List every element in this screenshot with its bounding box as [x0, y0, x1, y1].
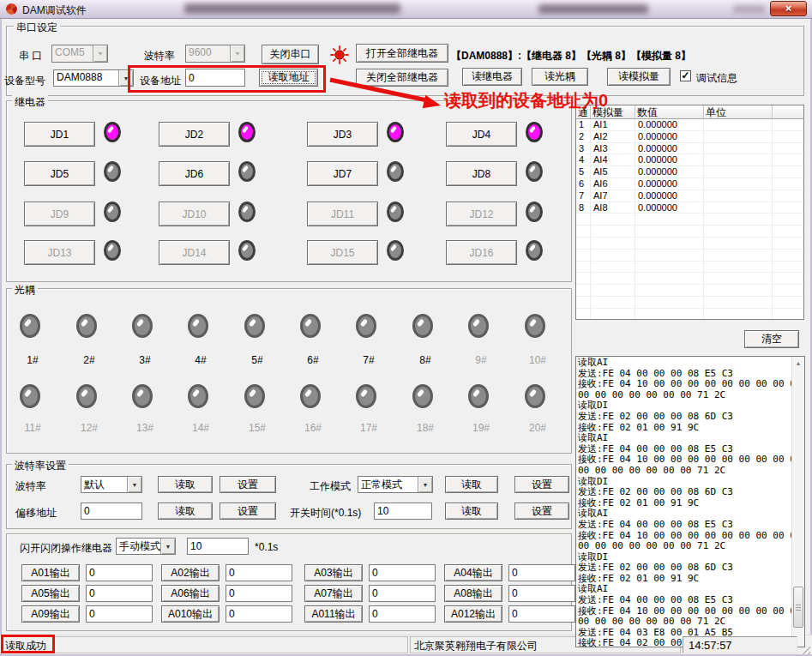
switch-time-set-button[interactable]: 设置 — [514, 503, 569, 520]
baudrate-select[interactable]: 默认 ▼ — [81, 476, 142, 493]
output-input-a012[interactable] — [508, 605, 575, 623]
output-button-a04[interactable]: A04输出 — [444, 564, 502, 581]
table-row-empty — [576, 226, 803, 238]
relay-button-jd4[interactable]: JD4 — [446, 122, 517, 147]
model-label: 设备型号 — [4, 74, 45, 88]
switch-time-read-button[interactable]: 读取 — [445, 503, 498, 520]
log-scrollbar[interactable]: ▲ — [791, 357, 804, 647]
output-input-a08[interactable] — [508, 585, 575, 602]
relay-button-jd15[interactable]: JD15 — [307, 240, 378, 265]
relay-button-jd11[interactable]: JD11 — [307, 202, 378, 226]
open-all-relays-button[interactable]: 打开全部继电器 — [356, 44, 448, 63]
debug-log[interactable]: 读取AI 发送:FE 04 00 00 00 08 E5 C3 接收:FE 04… — [575, 356, 805, 647]
output-button-a010[interactable]: A010输出 — [161, 605, 220, 623]
workmode-read-button[interactable]: 读取 — [445, 476, 498, 493]
port-select[interactable]: COM5 ▼ — [51, 45, 108, 63]
table-row[interactable]: 2AI20.000000 — [576, 131, 803, 143]
close-serial-button[interactable]: 关闭串口 — [262, 45, 319, 64]
output-button-a09[interactable]: A09输出 — [21, 605, 80, 623]
baudrate-set-button[interactable]: 设置 — [220, 476, 276, 493]
read-analog-button[interactable]: 读模拟量 — [607, 68, 671, 86]
read-address-button[interactable]: 读取地址 — [259, 69, 318, 87]
table-row[interactable]: 3AI30.000000 — [576, 143, 803, 155]
relay-button-jd3[interactable]: JD3 — [307, 122, 378, 147]
relay-button-jd5[interactable]: JD5 — [24, 161, 95, 186]
opto-label-2: 2# — [72, 354, 106, 366]
workmode-select[interactable]: 正常模式 ▼ — [358, 476, 433, 493]
read-opto-button[interactable]: 读光耦 — [532, 68, 588, 86]
output-button-a011[interactable]: A011输出 — [304, 605, 363, 623]
relay-button-jd10[interactable]: JD10 — [159, 202, 230, 226]
close-all-relays-button[interactable]: 关闭全部继电器 — [356, 69, 448, 87]
output-button-a012[interactable]: A012输出 — [444, 605, 502, 623]
table-row[interactable]: 7AI70.000000 — [576, 190, 803, 202]
scrollbar-thumb[interactable] — [793, 587, 803, 628]
scroll-up-icon[interactable]: ▲ — [792, 360, 804, 366]
table-row[interactable]: 1AI10.000000 — [576, 119, 803, 131]
output-input-a011[interactable] — [369, 605, 436, 623]
flash-time-input[interactable] — [187, 538, 249, 555]
offset-set-button[interactable]: 设置 — [220, 503, 276, 520]
baud-select[interactable]: 9600 ▼ — [185, 45, 245, 63]
offset-address-input[interactable] — [81, 503, 142, 520]
output-input-a09[interactable] — [86, 605, 153, 623]
table-row[interactable]: 4AI40.000000 — [576, 154, 803, 166]
relay-button-jd9[interactable]: JD9 — [24, 202, 95, 226]
model-value: DAM0888 — [54, 70, 118, 86]
output-button-a07[interactable]: A07输出 — [304, 585, 363, 602]
opto-label-17: 17# — [352, 422, 386, 434]
model-select[interactable]: DAM0888 ▼ — [53, 69, 134, 87]
device-address-input[interactable] — [185, 69, 245, 87]
col-header-value[interactable]: 数值 — [635, 105, 704, 118]
relay-group-legend: 继电器 — [12, 95, 48, 110]
opto-indicator-16 — [300, 384, 321, 408]
offset-read-button[interactable]: 读取 — [158, 503, 213, 520]
flash-mode-select[interactable]: 手动模式 ▼ — [116, 538, 176, 555]
relay-indicator-jd13 — [104, 240, 121, 261]
annotation-note: 读取到的设备地址为0 — [444, 89, 608, 112]
output-input-a010[interactable] — [226, 605, 292, 623]
opto-label-19: 19# — [464, 422, 498, 434]
output-input-a06[interactable] — [226, 585, 292, 602]
relay-button-jd7[interactable]: JD7 — [307, 161, 378, 186]
relay-button-jd14[interactable]: JD14 — [159, 240, 230, 265]
debug-info-label: 调试信息 — [696, 71, 737, 86]
output-input-a05[interactable] — [86, 585, 153, 602]
output-input-a02[interactable] — [226, 564, 292, 581]
output-button-a06[interactable]: A06输出 — [161, 585, 220, 602]
output-button-a08[interactable]: A08输出 — [444, 585, 502, 602]
table-row[interactable]: 8AI80.000000 — [576, 202, 803, 214]
relay-button-jd6[interactable]: JD6 — [159, 161, 230, 186]
output-button-a01[interactable]: A01输出 — [21, 564, 80, 581]
output-input-a03[interactable] — [369, 564, 436, 581]
analog-table: 通 模拟量 数值 单位 1AI10.000000 2AI20.000000 3A… — [575, 105, 804, 320]
output-button-a05[interactable]: A05输出 — [21, 585, 80, 602]
output-input-a07[interactable] — [369, 585, 436, 602]
table-row[interactable]: 5AI50.000000 — [576, 166, 803, 178]
opto-label-1: 1# — [15, 354, 50, 366]
opto-label-6: 6# — [296, 354, 330, 366]
relay-button-jd8[interactable]: JD8 — [446, 161, 517, 186]
clear-log-button[interactable]: 清空 — [744, 330, 799, 348]
output-input-a04[interactable] — [508, 564, 575, 581]
serial-group-legend: 串口设定 — [14, 21, 60, 35]
device-info-text: 【DAM0888】:【继电器 8】【光耦 8】【模拟量 8】 — [451, 49, 691, 63]
opto-label-9: 9# — [464, 354, 498, 366]
close-button[interactable]: × — [770, 1, 807, 16]
opto-indicator-13 — [132, 384, 153, 408]
read-relays-button[interactable]: 读继电器 — [462, 68, 522, 86]
switch-time-input[interactable] — [374, 503, 432, 520]
output-button-a03[interactable]: A03输出 — [304, 564, 363, 581]
debug-info-checkbox[interactable] — [680, 70, 691, 81]
table-row[interactable]: 6AI60.000000 — [576, 178, 803, 190]
relay-button-jd13[interactable]: JD13 — [24, 240, 95, 265]
output-button-a02[interactable]: A02输出 — [161, 564, 220, 581]
relay-button-jd2[interactable]: JD2 — [159, 122, 230, 147]
baudrate-read-button[interactable]: 读取 — [158, 476, 213, 493]
relay-button-jd1[interactable]: JD1 — [24, 122, 95, 147]
output-input-a01[interactable] — [86, 564, 153, 581]
workmode-set-button[interactable]: 设置 — [514, 476, 569, 493]
col-header-unit[interactable]: 单位 — [704, 105, 773, 118]
relay-button-jd12[interactable]: JD12 — [446, 202, 517, 226]
relay-button-jd16[interactable]: JD16 — [446, 240, 517, 265]
